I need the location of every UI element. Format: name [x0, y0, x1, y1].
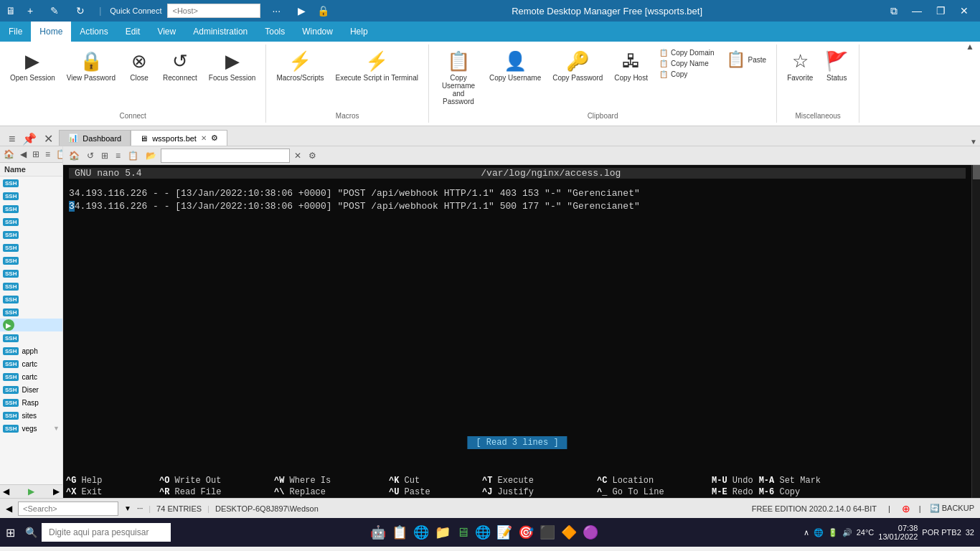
tab-add-btn[interactable]: ≡ — [6, 133, 18, 146]
list-item[interactable]: SSH — [0, 267, 62, 280]
tab-dashboard[interactable]: 📊 Dashboard — [59, 130, 131, 146]
taskbar-app1[interactable]: 🔶 — [561, 524, 577, 540]
nav-dots-btn[interactable]: ··· — [266, 4, 286, 18]
list-item[interactable]: SSH — [0, 189, 62, 202]
terminal-copy-btn[interactable]: 📋 — [125, 150, 141, 161]
paste-btn[interactable]: 📋 Paste — [722, 47, 771, 72]
taskbar-edge[interactable]: 🌐 — [413, 524, 429, 540]
terminal-edit-btn[interactable]: 📂 — [143, 150, 159, 161]
list-item-active[interactable]: ▶ — [0, 319, 62, 331]
status-dots-btn[interactable]: ··· — [137, 504, 143, 512]
terminal-list-btn[interactable]: ≡ — [113, 150, 123, 161]
taskbar-terminal[interactable]: ⬛ — [540, 524, 555, 540]
sidebar-back-btn[interactable]: ◀ — [18, 148, 29, 161]
tab-settings-icon[interactable]: ⚙ — [211, 133, 218, 143]
taskbar-app2[interactable]: 🟣 — [583, 524, 598, 540]
list-item[interactable]: SSH — [0, 331, 62, 344]
host-input[interactable] — [167, 4, 260, 18]
terminal-home-btn[interactable]: 🏠 — [66, 150, 83, 161]
sidebar-item-cartc1[interactable]: SSH cartc — [0, 357, 62, 370]
windows-start-btn[interactable]: ⊞ — [0, 526, 21, 540]
sidebar-item-rasp[interactable]: SSH Rasp — [0, 396, 62, 409]
copy-username-btn[interactable]: 👤 Copy Username — [485, 47, 545, 85]
view-password-btn[interactable]: 🔒 View Password — [62, 47, 120, 85]
taskbar-rdm[interactable]: 🖥 — [456, 525, 469, 540]
ribbon-collapse-btn[interactable]: ▲ — [966, 42, 974, 52]
list-item[interactable]: SSH — [0, 280, 62, 293]
tab-pin-btn[interactable]: 📌 — [19, 132, 39, 146]
sidebar-item-apph[interactable]: SSH apph — [0, 344, 62, 357]
taskbar-taskview[interactable]: 📋 — [392, 524, 407, 540]
copy-name-btn[interactable]: 📋 Copy Name — [655, 58, 719, 69]
sidebar-play-btn[interactable]: ▶ — [28, 486, 34, 496]
close-session-btn[interactable]: ⊗ Close — [123, 47, 156, 85]
menu-administration[interactable]: Administration — [184, 22, 256, 42]
sidebar-home-btn[interactable]: 🏠 — [1, 148, 17, 161]
restore-btn[interactable]: ⧉ — [885, 4, 903, 19]
menu-window[interactable]: Window — [293, 22, 341, 42]
scroll-thumb[interactable] — [973, 165, 980, 179]
sidebar-next-btn[interactable]: ▶ — [53, 486, 60, 496]
tab-close-all-btn[interactable]: ✕ — [41, 132, 56, 146]
terminal-settings-btn[interactable]: ⚙ — [306, 150, 319, 161]
list-item[interactable]: SSH — [0, 215, 62, 228]
copy-user-pass-btn[interactable]: 📋 Copy Username and Password — [435, 47, 482, 108]
copy-btn[interactable]: 📋 Copy — [655, 69, 719, 80]
tab-close-btn[interactable]: ✕ — [201, 134, 207, 142]
list-item[interactable]: SSH — [0, 176, 62, 189]
quick-refresh-btn[interactable]: ↻ — [70, 4, 90, 18]
sidebar-item-sites[interactable]: SSH sites — [0, 409, 62, 422]
quick-add-btn[interactable]: + — [22, 4, 39, 18]
sidebar-list-btn[interactable]: ≡ — [43, 148, 52, 161]
taskbar-chevron[interactable]: ∧ — [804, 528, 809, 537]
macros-scripts-btn[interactable]: ⚡ Macros/Scripts — [272, 47, 328, 85]
list-item[interactable]: SSH — [0, 254, 62, 267]
terminal-refresh-btn[interactable]: ↺ — [84, 150, 97, 161]
terminal-search-clear[interactable]: ✕ — [291, 150, 304, 161]
taskbar-chrome[interactable]: 🌐 — [475, 524, 491, 540]
taskbar-search[interactable] — [42, 523, 171, 542]
quick-edit-btn[interactable]: ✎ — [44, 4, 65, 18]
terminal-grid-btn[interactable]: ⊞ — [98, 150, 111, 161]
menu-view[interactable]: View — [149, 22, 184, 42]
copy-host-btn[interactable]: 🖧 Copy Host — [610, 47, 652, 85]
taskbar-folder[interactable]: 📁 — [435, 524, 451, 540]
list-item[interactable]: SSH — [0, 306, 62, 319]
copy-domain-btn[interactable]: 📋 Copy Domain — [655, 47, 719, 58]
menu-home[interactable]: Home — [31, 22, 71, 42]
taskbar-cortana[interactable]: 🤖 — [370, 524, 386, 540]
tab-session[interactable]: 🖥 wssports.bet ✕ ⚙ — [131, 130, 227, 146]
status-dropdown-btn[interactable]: ▼ — [124, 504, 131, 512]
list-item[interactable]: SSH — [0, 228, 62, 241]
focus-session-btn[interactable]: ▶ Focus Session — [204, 47, 260, 85]
terminal[interactable]: GNU nano 5.4 /var/log/nginx/access.log 3… — [63, 165, 971, 498]
status-back-btn[interactable]: ◀ — [6, 504, 12, 514]
favorite-btn[interactable]: ☆ Favorite — [783, 47, 817, 85]
execute-script-btn[interactable]: ⚡ Execute Script in Terminal — [331, 47, 423, 85]
sidebar-item-vegs[interactable]: SSH vegs ▼ — [0, 422, 62, 435]
menu-help[interactable]: Help — [341, 22, 377, 42]
list-item[interactable]: SSH — [0, 241, 62, 254]
status-btn[interactable]: 🚩 Status — [820, 47, 853, 85]
menu-tools[interactable]: Tools — [256, 22, 293, 42]
sidebar-item-diser[interactable]: SSH Diser — [0, 383, 62, 396]
sidebar-copy-btn[interactable]: 📋 — [54, 148, 63, 161]
sidebar-grid-btn[interactable]: ⊞ — [30, 148, 42, 161]
terminal-scrollbar[interactable] — [971, 165, 980, 498]
copy-password-btn[interactable]: 🔑 Copy Password — [548, 47, 607, 85]
taskbar-vscode[interactable]: 📝 — [496, 524, 512, 540]
status-search-input[interactable] — [18, 501, 118, 516]
search-icon[interactable]: 🔍 — [21, 527, 42, 538]
terminal-search-input[interactable] — [161, 149, 290, 163]
tab-expand-btn[interactable]: ▼ — [970, 138, 977, 146]
open-session-btn[interactable]: ▶ Open Session — [6, 47, 60, 85]
list-item[interactable]: SSH — [0, 293, 62, 306]
close-btn[interactable]: ✕ — [954, 4, 974, 19]
menu-actions[interactable]: Actions — [71, 22, 116, 42]
connect-btn[interactable]: ▶ — [292, 4, 311, 18]
sidebar-prev-btn[interactable]: ◀ — [3, 486, 9, 496]
taskbar-dart[interactable]: 🎯 — [518, 524, 534, 540]
sidebar-item-cartc2[interactable]: SSH cartc — [0, 370, 62, 383]
reconnect-btn[interactable]: ↺ Reconnect — [159, 47, 202, 85]
menu-file[interactable]: File — [0, 22, 31, 42]
